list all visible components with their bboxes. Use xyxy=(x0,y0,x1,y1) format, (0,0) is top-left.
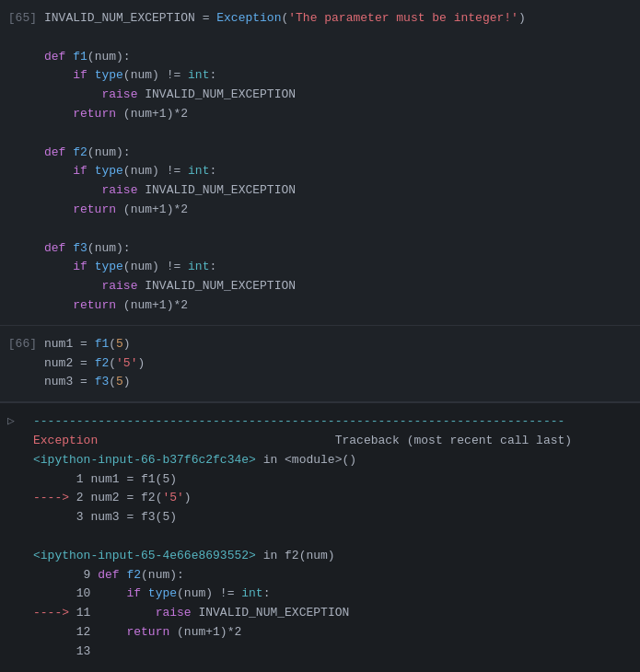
code-line: raise INVALID_NUM_EXCEPTION xyxy=(44,277,633,296)
code-line: raise INVALID_NUM_EXCEPTION xyxy=(44,86,633,105)
code-line: return (num+1)*2 xyxy=(44,105,633,124)
code-line: def f2(num): xyxy=(44,144,633,163)
code-line xyxy=(44,220,633,239)
traceback-line3: 3 num3 = f3(5) xyxy=(33,508,633,527)
code-line: def f3(num): xyxy=(44,239,633,259)
code-line: num1 = f1(5) xyxy=(44,335,633,354)
traceback-code11-arrow: ----> 11 raise INVALID_NUM_EXCEPTION xyxy=(33,604,633,623)
code-line xyxy=(44,29,633,48)
cell-66-content[interactable]: num1 = f1(5) num2 = f2('5') num3 = f3(5) xyxy=(44,335,640,392)
notebook-container: [65] INVALID_NUM_EXCEPTION = Exception('… xyxy=(0,0,640,672)
code-line xyxy=(44,124,633,144)
traceback-code10: 10 if type(num) != int: xyxy=(33,585,633,604)
output-area: ▷ --------------------------------------… xyxy=(0,402,640,672)
traceback-link1[interactable]: <ipython-input-66-b37f6c2fc34e> in <modu… xyxy=(33,451,633,470)
traceback-blank1 xyxy=(33,527,633,547)
traceback-code13: 13 xyxy=(33,643,633,662)
code-line: return (num+1)*2 xyxy=(44,201,633,220)
cell-66-number: [66] xyxy=(0,335,44,354)
traceback-line2-arrow: ----> 2 num2 = f2('5') xyxy=(33,489,633,508)
traceback-code9: 9 def f2(num): xyxy=(33,566,633,585)
code-line: return (num+1)*2 xyxy=(44,296,633,316)
cell-65-content[interactable]: INVALID_NUM_EXCEPTION = Exception('The p… xyxy=(44,9,640,316)
code-line: if type(num) != int: xyxy=(44,162,633,181)
traceback-link2[interactable]: <ipython-input-65-4e66e8693552> in f2(nu… xyxy=(33,547,633,566)
code-line: num3 = f3(5) xyxy=(44,373,633,392)
traceback-dashes: ----------------------------------------… xyxy=(33,412,633,432)
code-line: raise INVALID_NUM_EXCEPTION xyxy=(44,181,633,201)
cell-66: [66] num1 = f1(5) num2 = f2('5') num3 = … xyxy=(0,326,640,402)
code-line: if type(num) != int: xyxy=(44,258,633,277)
code-line: if type(num) != int: xyxy=(44,66,633,86)
traceback-blank2 xyxy=(33,662,633,673)
output-content: ----------------------------------------… xyxy=(33,412,640,672)
cell-65: [65] INVALID_NUM_EXCEPTION = Exception('… xyxy=(0,0,640,326)
cell-65-number: [65] xyxy=(0,9,44,29)
code-line: num2 = f2('5') xyxy=(44,354,633,374)
code-line: INVALID_NUM_EXCEPTION = Exception('The p… xyxy=(44,9,633,29)
code-line: def f1(num): xyxy=(44,48,633,67)
output-icon: ▷ xyxy=(0,412,33,432)
traceback-line1: 1 num1 = f1(5) xyxy=(33,470,633,490)
traceback-exception-header: Exception Traceback (most recent call la… xyxy=(33,432,633,451)
traceback-code12: 12 return (num+1)*2 xyxy=(33,623,633,643)
